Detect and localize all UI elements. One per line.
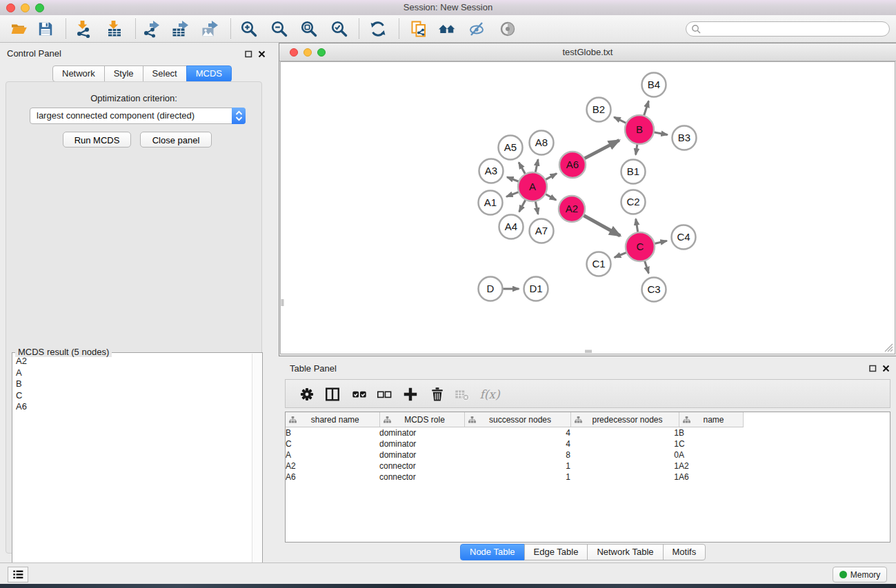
node-A2[interactable]: A2	[559, 196, 585, 222]
node-B1[interactable]: B1	[621, 160, 646, 184]
show-hide-columns-icon[interactable]	[321, 383, 344, 405]
table-cell[interactable]: 1	[464, 472, 570, 483]
column-settings-gear-icon[interactable]	[296, 383, 318, 405]
float-table-panel-icon[interactable]	[868, 364, 877, 373]
zoom-out-icon[interactable]	[267, 17, 292, 41]
table-row[interactable]: A2connector11A2	[286, 460, 890, 472]
node-C4[interactable]: C4	[672, 225, 696, 250]
close-panel-icon[interactable]	[257, 50, 266, 59]
result-item[interactable]: C	[16, 390, 252, 402]
table-cell[interactable]: dominator	[379, 427, 464, 439]
table-cell[interactable]: connector	[379, 460, 464, 472]
delete-column-trash-icon[interactable]	[426, 383, 448, 405]
edge-A-A8[interactable]	[535, 159, 538, 172]
edge-C-C1[interactable]	[615, 252, 627, 257]
tab-network[interactable]: Network	[52, 65, 105, 82]
tab-mcds[interactable]: MCDS	[186, 65, 232, 82]
table-cell[interactable]: dominator	[379, 449, 464, 460]
node-C3[interactable]: C3	[642, 278, 666, 302]
column-header[interactable]: name	[679, 412, 743, 427]
hide-details-eye-slash-icon[interactable]	[464, 17, 489, 41]
save-session-icon[interactable]	[33, 17, 58, 41]
node-A5[interactable]: A5	[499, 136, 523, 160]
table-cell[interactable]: B	[679, 427, 743, 439]
node-table[interactable]: shared nameMCDS rolesuccessor nodesprede…	[285, 412, 890, 543]
resize-grip-icon[interactable]	[885, 344, 893, 352]
table-cell[interactable]: 1	[570, 472, 679, 483]
table-cell[interactable]: A6	[286, 472, 379, 483]
duplicate-network-icon[interactable]	[406, 17, 431, 41]
table-cell[interactable]: dominator	[379, 438, 464, 449]
edge-A2-C[interactable]	[584, 215, 621, 236]
function-builder-icon[interactable]: f(x)	[475, 383, 505, 405]
table-cell[interactable]: connector	[379, 472, 464, 483]
table-cell[interactable]: A	[286, 449, 379, 460]
horizontal-scrollbar-thumb[interactable]	[585, 350, 592, 354]
tab-select[interactable]: Select	[143, 65, 187, 82]
node-B3[interactable]: B3	[673, 126, 697, 150]
table-cell[interactable]: C	[286, 438, 379, 449]
close-panel-button[interactable]: Close panel	[140, 132, 212, 148]
column-header[interactable]: predecessor nodes	[570, 412, 679, 427]
edge-C-C2[interactable]	[636, 219, 638, 232]
result-scrollbar[interactable]	[252, 354, 261, 587]
column-header[interactable]: successor nodes	[464, 412, 570, 427]
column-header[interactable]: shared name	[286, 412, 379, 427]
column-header[interactable]: MCDS role	[379, 412, 464, 427]
vertical-scrollbar-thumb[interactable]	[281, 299, 284, 306]
tab-edge-table[interactable]: Edge Table	[524, 544, 588, 560]
select-all-icon[interactable]	[348, 383, 370, 405]
import-network-icon[interactable]	[71, 17, 96, 41]
close-table-panel-icon[interactable]	[882, 364, 890, 373]
node-B2[interactable]: B2	[587, 98, 611, 122]
tab-node-table[interactable]: Node Table	[460, 544, 525, 560]
deselect-all-icon[interactable]	[373, 383, 395, 405]
table-row[interactable]: Cdominator41C	[286, 438, 890, 449]
node-D[interactable]: D	[479, 277, 503, 301]
node-A[interactable]: A	[518, 172, 547, 201]
export-image-icon[interactable]	[197, 17, 222, 41]
table-cell[interactable]: 0	[570, 449, 679, 460]
open-file-icon[interactable]	[7, 17, 32, 41]
table-cell[interactable]: 1	[570, 460, 679, 472]
result-item[interactable]: A	[16, 367, 252, 379]
node-C1[interactable]: C1	[587, 252, 611, 276]
result-item[interactable]: B	[16, 378, 252, 390]
network-graph[interactable]: B4B2BB3A8A5A6A3B1AA1C2A2A4A7C4CC1DD1C3	[281, 62, 895, 354]
edge-B-B3[interactable]	[654, 132, 668, 135]
import-table-icon[interactable]	[102, 17, 127, 41]
node-A1[interactable]: A1	[479, 191, 503, 215]
edge-B-B2[interactable]	[614, 117, 626, 123]
table-row[interactable]: A6connector11A6	[286, 472, 890, 483]
node-B4[interactable]: B4	[642, 73, 666, 97]
network-canvas[interactable]: B4B2BB3A8A5A6A3B1AA1C2A2A4A7C4CC1DD1C3	[280, 61, 895, 354]
table-cell[interactable]: 4	[464, 438, 570, 449]
edge-C-C4[interactable]	[654, 241, 666, 243]
tab-network-table[interactable]: Network Table	[587, 544, 663, 560]
search-input[interactable]	[704, 23, 886, 37]
node-C[interactable]: C	[626, 232, 655, 261]
table-cell[interactable]: C	[679, 438, 743, 449]
table-cell[interactable]: 1	[570, 438, 679, 449]
memory-button[interactable]: Memory	[833, 567, 887, 582]
zoom-in-icon[interactable]	[237, 17, 261, 41]
table-cell[interactable]: A6	[679, 472, 743, 483]
edge-A-A3[interactable]	[507, 177, 519, 182]
tab-motifs[interactable]: Motifs	[663, 544, 706, 560]
edge-B-B1[interactable]	[636, 144, 637, 155]
run-mcds-button[interactable]: Run MCDS	[63, 132, 131, 148]
show-details-eye-icon[interactable]	[495, 17, 520, 41]
node-A7[interactable]: A7	[530, 219, 554, 243]
delete-table-icon[interactable]	[451, 383, 473, 405]
table-cell[interactable]: 8	[464, 449, 570, 460]
edge-B-B4[interactable]	[644, 101, 648, 116]
edge-A6-B[interactable]	[584, 140, 619, 159]
export-table-icon[interactable]	[168, 17, 192, 41]
zoom-fit-icon[interactable]	[297, 17, 321, 41]
table-cell[interactable]: 1	[464, 460, 570, 472]
edge-A-A6[interactable]	[545, 174, 557, 180]
mcds-result-list[interactable]: A2ABCA6	[13, 354, 252, 587]
float-panel-icon[interactable]	[244, 50, 253, 59]
node-B[interactable]: B	[625, 115, 654, 144]
edge-A-A5[interactable]	[519, 163, 526, 174]
